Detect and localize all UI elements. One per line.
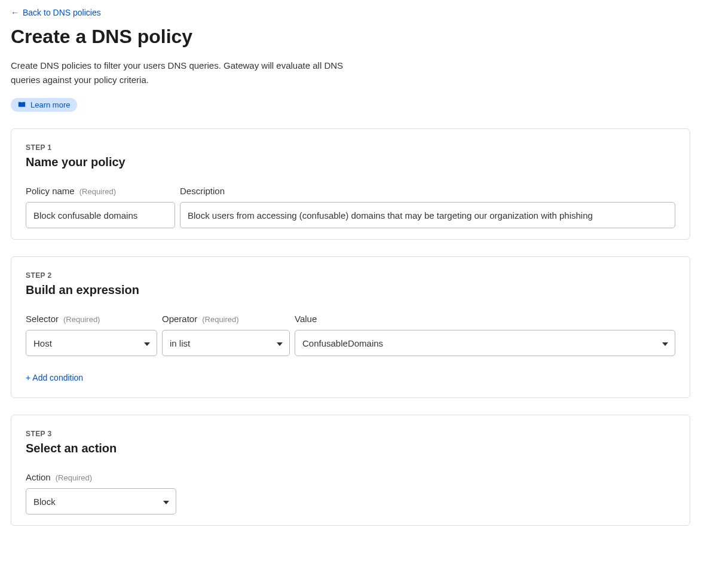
- operator-label: Operator (Required): [162, 314, 290, 324]
- book-icon: [18, 101, 26, 109]
- step1-label: STEP 1: [26, 143, 675, 152]
- step3-card: STEP 3 Select an action Action (Required…: [11, 415, 690, 526]
- step3-title: Select an action: [26, 442, 675, 455]
- policy-name-input[interactable]: [26, 202, 175, 228]
- required-tag: (Required): [56, 473, 92, 482]
- required-tag: (Required): [63, 315, 100, 324]
- action-label: Action (Required): [26, 472, 176, 482]
- selector-select[interactable]: Host: [26, 330, 157, 356]
- required-tag: (Required): [202, 315, 238, 324]
- selector-label: Selector (Required): [26, 314, 157, 324]
- action-select[interactable]: Block: [26, 488, 176, 514]
- description-input[interactable]: [180, 202, 675, 228]
- step2-label: STEP 2: [26, 271, 675, 280]
- value-select[interactable]: ConfusableDomains: [295, 330, 675, 356]
- step1-card: STEP 1 Name your policy Policy name (Req…: [11, 128, 690, 240]
- description-label: Description: [180, 186, 675, 196]
- page-description: Create DNS policies to filter your users…: [11, 59, 369, 87]
- step2-title: Build an expression: [26, 283, 675, 297]
- learn-more-text: Learn more: [30, 100, 70, 109]
- step1-title: Name your policy: [26, 155, 675, 169]
- operator-select[interactable]: in list: [162, 330, 290, 356]
- back-link-text: Back to DNS policies: [23, 8, 101, 17]
- policy-name-label: Policy name (Required): [26, 186, 175, 196]
- step2-card: STEP 2 Build an expression Selector (Req…: [11, 256, 690, 398]
- value-label: Value: [295, 314, 675, 324]
- arrow-left-icon: ←: [11, 8, 19, 17]
- page-title: Create a DNS policy: [11, 26, 690, 48]
- learn-more-button[interactable]: Learn more: [11, 98, 77, 112]
- back-link[interactable]: ← Back to DNS policies: [11, 8, 101, 17]
- step3-label: STEP 3: [26, 430, 675, 438]
- add-condition-button[interactable]: + Add condition: [26, 373, 83, 382]
- required-tag: (Required): [79, 187, 116, 196]
